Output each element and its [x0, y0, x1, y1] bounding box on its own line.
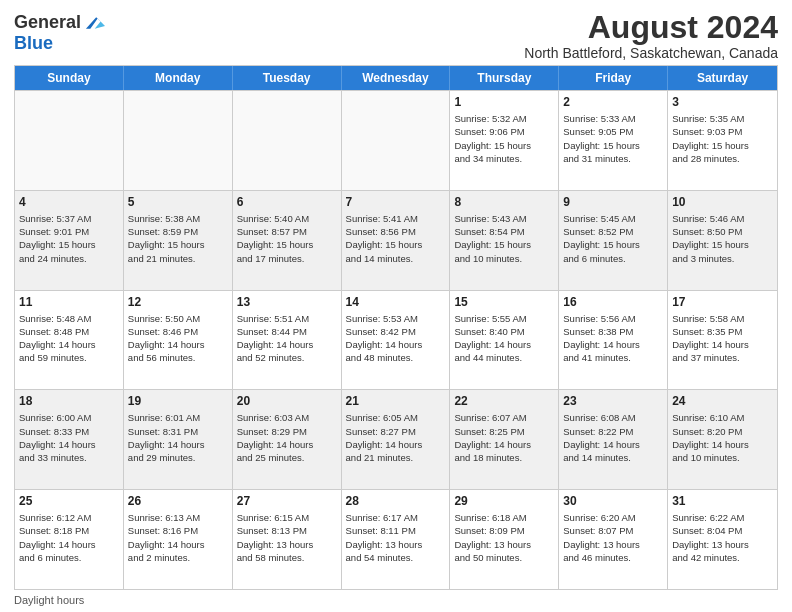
- cell-content-line: Daylight: 14 hours: [19, 438, 119, 451]
- cell-content-line: Sunrise: 5:43 AM: [454, 212, 554, 225]
- day-number: 4: [19, 194, 119, 211]
- cal-cell-27: 27Sunrise: 6:15 AMSunset: 8:13 PMDayligh…: [233, 490, 342, 589]
- cell-content-line: Daylight: 14 hours: [128, 538, 228, 551]
- cell-content-line: Sunrise: 5:32 AM: [454, 112, 554, 125]
- day-number: 27: [237, 493, 337, 510]
- day-number: 29: [454, 493, 554, 510]
- cal-cell-16: 16Sunrise: 5:56 AMSunset: 8:38 PMDayligh…: [559, 291, 668, 390]
- cal-cell-11: 11Sunrise: 5:48 AMSunset: 8:48 PMDayligh…: [15, 291, 124, 390]
- cell-content-line: and 31 minutes.: [563, 152, 663, 165]
- cell-content-line: Sunrise: 6:00 AM: [19, 411, 119, 424]
- day-number: 3: [672, 94, 773, 111]
- calendar: SundayMondayTuesdayWednesdayThursdayFrid…: [14, 65, 778, 590]
- cell-content-line: and 28 minutes.: [672, 152, 773, 165]
- cal-cell-24: 24Sunrise: 6:10 AMSunset: 8:20 PMDayligh…: [668, 390, 777, 489]
- cell-content-line: Sunset: 8:57 PM: [237, 225, 337, 238]
- logo: General Blue: [14, 12, 105, 54]
- cal-cell-8: 8Sunrise: 5:43 AMSunset: 8:54 PMDaylight…: [450, 191, 559, 290]
- cell-content-line: Sunset: 8:35 PM: [672, 325, 773, 338]
- cell-content-line: Daylight: 14 hours: [454, 338, 554, 351]
- cell-content-line: Sunrise: 5:37 AM: [19, 212, 119, 225]
- cal-cell-empty-0: [15, 91, 124, 190]
- day-number: 25: [19, 493, 119, 510]
- day-number: 11: [19, 294, 119, 311]
- cell-content-line: Daylight: 15 hours: [346, 238, 446, 251]
- cell-content-line: Daylight: 15 hours: [563, 238, 663, 251]
- cell-content-line: Daylight: 15 hours: [454, 139, 554, 152]
- cell-content-line: Sunset: 8:18 PM: [19, 524, 119, 537]
- cell-content-line: Sunset: 8:50 PM: [672, 225, 773, 238]
- cell-content-line: Daylight: 13 hours: [346, 538, 446, 551]
- cal-cell-30: 30Sunrise: 6:20 AMSunset: 8:07 PMDayligh…: [559, 490, 668, 589]
- header-cell-tuesday: Tuesday: [233, 66, 342, 90]
- cell-content-line: Daylight: 15 hours: [563, 139, 663, 152]
- cell-content-line: Sunset: 8:11 PM: [346, 524, 446, 537]
- cal-cell-26: 26Sunrise: 6:13 AMSunset: 8:16 PMDayligh…: [124, 490, 233, 589]
- cell-content-line: Daylight: 14 hours: [346, 338, 446, 351]
- cell-content-line: Sunset: 8:48 PM: [19, 325, 119, 338]
- cell-content-line: Sunset: 8:33 PM: [19, 425, 119, 438]
- cell-content-line: and 21 minutes.: [128, 252, 228, 265]
- cell-content-line: and 34 minutes.: [454, 152, 554, 165]
- cal-cell-21: 21Sunrise: 6:05 AMSunset: 8:27 PMDayligh…: [342, 390, 451, 489]
- cell-content-line: Sunrise: 5:33 AM: [563, 112, 663, 125]
- cell-content-line: Daylight: 14 hours: [563, 438, 663, 451]
- cell-content-line: and 44 minutes.: [454, 351, 554, 364]
- cal-cell-29: 29Sunrise: 6:18 AMSunset: 8:09 PMDayligh…: [450, 490, 559, 589]
- cell-content-line: Sunset: 9:03 PM: [672, 125, 773, 138]
- cell-content-line: Daylight: 15 hours: [128, 238, 228, 251]
- cell-content-line: and 25 minutes.: [237, 451, 337, 464]
- cal-cell-empty-1: [124, 91, 233, 190]
- cal-row-4: 25Sunrise: 6:12 AMSunset: 8:18 PMDayligh…: [15, 489, 777, 589]
- cell-content-line: Daylight: 14 hours: [128, 338, 228, 351]
- header-cell-friday: Friday: [559, 66, 668, 90]
- cell-content-line: and 41 minutes.: [563, 351, 663, 364]
- day-number: 18: [19, 393, 119, 410]
- cell-content-line: Daylight: 14 hours: [672, 338, 773, 351]
- cell-content-line: Sunset: 9:06 PM: [454, 125, 554, 138]
- cal-cell-1: 1Sunrise: 5:32 AMSunset: 9:06 PMDaylight…: [450, 91, 559, 190]
- cell-content-line: and 17 minutes.: [237, 252, 337, 265]
- cell-content-line: Sunrise: 5:58 AM: [672, 312, 773, 325]
- cal-row-0: 1Sunrise: 5:32 AMSunset: 9:06 PMDaylight…: [15, 90, 777, 190]
- cell-content-line: Sunset: 8:46 PM: [128, 325, 228, 338]
- day-number: 21: [346, 393, 446, 410]
- cal-cell-13: 13Sunrise: 5:51 AMSunset: 8:44 PMDayligh…: [233, 291, 342, 390]
- day-number: 12: [128, 294, 228, 311]
- cell-content-line: and 42 minutes.: [672, 551, 773, 564]
- cal-cell-22: 22Sunrise: 6:07 AMSunset: 8:25 PMDayligh…: [450, 390, 559, 489]
- cell-content-line: and 14 minutes.: [563, 451, 663, 464]
- day-number: 14: [346, 294, 446, 311]
- cell-content-line: and 46 minutes.: [563, 551, 663, 564]
- cal-row-2: 11Sunrise: 5:48 AMSunset: 8:48 PMDayligh…: [15, 290, 777, 390]
- cell-content-line: Daylight: 14 hours: [19, 538, 119, 551]
- cell-content-line: Sunrise: 5:46 AM: [672, 212, 773, 225]
- cal-cell-25: 25Sunrise: 6:12 AMSunset: 8:18 PMDayligh…: [15, 490, 124, 589]
- cell-content-line: Sunset: 8:29 PM: [237, 425, 337, 438]
- cell-content-line: and 3 minutes.: [672, 252, 773, 265]
- cell-content-line: Sunset: 8:59 PM: [128, 225, 228, 238]
- cell-content-line: Sunrise: 5:48 AM: [19, 312, 119, 325]
- cell-content-line: Daylight: 15 hours: [19, 238, 119, 251]
- cell-content-line: Daylight: 14 hours: [454, 438, 554, 451]
- cal-cell-9: 9Sunrise: 5:45 AMSunset: 8:52 PMDaylight…: [559, 191, 668, 290]
- cell-content-line: Sunset: 9:01 PM: [19, 225, 119, 238]
- cell-content-line: Daylight: 14 hours: [672, 438, 773, 451]
- calendar-body: 1Sunrise: 5:32 AMSunset: 9:06 PMDaylight…: [15, 90, 777, 589]
- cell-content-line: Sunset: 8:40 PM: [454, 325, 554, 338]
- day-number: 28: [346, 493, 446, 510]
- cal-cell-7: 7Sunrise: 5:41 AMSunset: 8:56 PMDaylight…: [342, 191, 451, 290]
- cal-cell-18: 18Sunrise: 6:00 AMSunset: 8:33 PMDayligh…: [15, 390, 124, 489]
- cal-cell-empty-3: [342, 91, 451, 190]
- cell-content-line: and 6 minutes.: [19, 551, 119, 564]
- day-number: 15: [454, 294, 554, 311]
- cell-content-line: Sunrise: 6:03 AM: [237, 411, 337, 424]
- cell-content-line: Sunset: 8:04 PM: [672, 524, 773, 537]
- cal-cell-2: 2Sunrise: 5:33 AMSunset: 9:05 PMDaylight…: [559, 91, 668, 190]
- day-number: 16: [563, 294, 663, 311]
- cal-cell-23: 23Sunrise: 6:08 AMSunset: 8:22 PMDayligh…: [559, 390, 668, 489]
- cal-cell-empty-2: [233, 91, 342, 190]
- cell-content-line: Sunrise: 5:38 AM: [128, 212, 228, 225]
- day-number: 10: [672, 194, 773, 211]
- cell-content-line: and 10 minutes.: [454, 252, 554, 265]
